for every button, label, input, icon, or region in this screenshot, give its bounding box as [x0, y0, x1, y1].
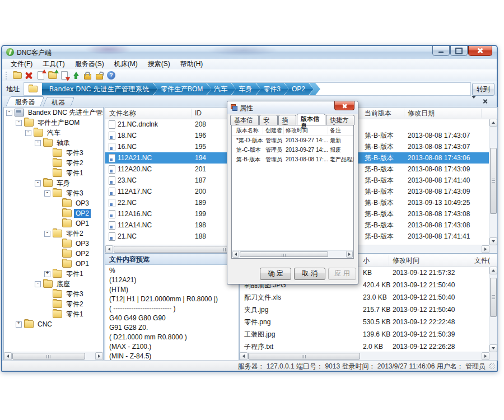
- menu-item[interactable]: 搜索(S): [143, 58, 175, 70]
- attachment-row[interactable]: 子程序.txt 2.0 KB 2013-09-12 22:26:28: [240, 340, 489, 352]
- tree-item[interactable]: OP1: [4, 218, 103, 228]
- menu-item[interactable]: 机床(M): [109, 58, 143, 70]
- dialog-tab[interactable]: 版本信息: [297, 114, 325, 125]
- scroll-right-arrow[interactable]: [95, 352, 103, 360]
- version-row[interactable]: 第-C-版本 管理员 2013-09-27 14:... 报废: [232, 145, 353, 155]
- version-row[interactable]: 第-B-版本 管理员 2013-08-08 17:... 老产品程序: [232, 155, 353, 164]
- version-row[interactable]: *第-D-版本 管理员 2013-09-27 14:... 最新: [232, 136, 353, 145]
- tree-item[interactable]: - 底座: [4, 279, 103, 289]
- download-file-button[interactable]: [58, 70, 70, 81]
- attachment-row[interactable]: 零件.png 530.5 KB 2013-09-12 22:22:48: [240, 316, 489, 328]
- dialog-close-button[interactable]: [334, 101, 354, 110]
- upload-file-button[interactable]: [35, 70, 46, 81]
- tree-item[interactable]: - 零件2: [4, 228, 103, 239]
- tree-item[interactable]: 零件3: [4, 289, 103, 299]
- column-header-date[interactable]: 修改日期: [408, 108, 435, 119]
- cancel-button[interactable]: 取 消: [294, 268, 325, 280]
- attachment-horizontal-scrollbar[interactable]: [240, 352, 489, 360]
- tree-item[interactable]: + 零件1: [4, 269, 103, 279]
- column-header-size[interactable]: 小: [363, 254, 370, 267]
- tree-horizontal-scrollbar[interactable]: [4, 352, 103, 360]
- dialog-title-bar[interactable]: 属性: [227, 101, 358, 114]
- pin-menu-button[interactable]: [472, 99, 479, 105]
- address-field[interactable]: Bandex DNC 先进生产管理系统 零件生产BOM 汽车 车身 零件3 OP…: [24, 82, 471, 96]
- dialog-tab[interactable]: 摘要: [278, 115, 297, 125]
- tree-item[interactable]: OP3: [4, 198, 103, 208]
- scroll-right-arrow[interactable]: [482, 245, 489, 253]
- scroll-left-arrow[interactable]: [4, 352, 12, 360]
- tree-expander[interactable]: +: [44, 271, 50, 277]
- scroll-down-arrow[interactable]: [489, 344, 497, 352]
- open-folder-button[interactable]: [46, 70, 58, 81]
- file-list-vertical-scrollbar[interactable]: [489, 119, 497, 245]
- unlock-button[interactable]: [94, 70, 105, 81]
- column-header-note[interactable]: 备注: [330, 125, 341, 136]
- scrollbar-thumb[interactable]: [240, 251, 328, 257]
- tree-item[interactable]: - Bandex DNC 先进生产管理系统: [4, 108, 103, 118]
- tree-item[interactable]: OP1: [4, 259, 103, 269]
- column-separator[interactable]: [481, 109, 482, 118]
- dialog-tab[interactable]: 基本信息: [230, 115, 259, 125]
- go-button[interactable]: 转到: [472, 83, 494, 96]
- help-button[interactable]: [105, 70, 117, 81]
- breadcrumb-item[interactable]: 零件生产BOM: [153, 83, 211, 95]
- scrollbar-thumb[interactable]: [12, 353, 85, 360]
- tree-item[interactable]: - 零件生产BOM: [4, 118, 103, 128]
- column-separator[interactable]: [389, 255, 389, 265]
- column-header-file[interactable]: 文件(&: [474, 254, 490, 267]
- scrollbar-thumb[interactable]: [490, 148, 497, 214]
- column-separator[interactable]: [191, 109, 192, 118]
- view-tab[interactable]: 机器: [43, 97, 75, 106]
- tree-expander[interactable]: -: [35, 140, 41, 146]
- dialog-horizontal-scrollbar[interactable]: [232, 250, 353, 258]
- column-header-name[interactable]: 文件名称: [109, 108, 136, 119]
- tree-item[interactable]: OP2: [4, 208, 103, 218]
- tree-item[interactable]: - 车身: [4, 178, 103, 188]
- tree-item[interactable]: 零件2: [4, 158, 103, 168]
- tree-item[interactable]: OP2: [4, 249, 103, 259]
- scrollbar-thumb[interactable]: [248, 353, 360, 360]
- tree-item[interactable]: OP3: [4, 239, 103, 249]
- tree-item[interactable]: 零件1: [4, 309, 103, 319]
- version-table-header[interactable]: 版本名称 创建者 修改时间 备注: [232, 125, 353, 136]
- delete-button[interactable]: [23, 70, 35, 81]
- breadcrumb-item[interactable]: 零件3: [256, 83, 289, 95]
- close-button[interactable]: [468, 46, 492, 56]
- tree-expander[interactable]: -: [35, 281, 41, 287]
- preview-body[interactable]: % (112A21) (HTM) (T12| H1 | D21.0000mm |…: [105, 264, 239, 360]
- tree-item[interactable]: 零件3: [4, 148, 103, 158]
- tree-item[interactable]: + CNC: [4, 319, 103, 329]
- scroll-left-arrow[interactable]: [105, 245, 113, 253]
- menu-item[interactable]: 服务器(S): [70, 58, 109, 70]
- maximize-button[interactable]: [450, 46, 468, 56]
- scroll-left-arrow[interactable]: [240, 352, 248, 360]
- menu-item[interactable]: 帮助(H): [175, 58, 208, 70]
- title-bar[interactable]: DNC客户端: [2, 46, 497, 59]
- column-header-modified[interactable]: 修改时间: [393, 254, 419, 267]
- breadcrumb-item[interactable]: Bandex DNC 先进生产管理系统: [42, 83, 158, 95]
- dialog-tab[interactable]: 快捷方式: [326, 115, 354, 125]
- lock-button[interactable]: [82, 70, 94, 81]
- tree-expander[interactable]: +: [16, 321, 22, 328]
- scroll-right-arrow[interactable]: [346, 251, 353, 258]
- tree-item[interactable]: 零件2: [4, 299, 103, 309]
- scroll-right-arrow[interactable]: [482, 352, 489, 360]
- column-header-creator[interactable]: 创建者: [265, 125, 282, 136]
- tree-item[interactable]: - 轴承: [4, 138, 103, 148]
- tree-expander[interactable]: -: [25, 130, 31, 136]
- scroll-down-arrow[interactable]: [489, 237, 497, 245]
- tree-item[interactable]: - 零件3: [4, 188, 103, 198]
- resize-grip[interactable]: [489, 363, 495, 369]
- tree-item[interactable]: - 汽车: [4, 128, 103, 138]
- menu-item[interactable]: 工具(T): [38, 58, 69, 70]
- dialog-tab[interactable]: 安全: [259, 115, 278, 125]
- column-header-id[interactable]: ID: [195, 108, 202, 119]
- tree-expander[interactable]: -: [16, 120, 22, 126]
- column-header-version[interactable]: 当前版本: [365, 108, 391, 119]
- ok-button[interactable]: 确 定: [260, 268, 291, 280]
- attachment-vertical-scrollbar[interactable]: [489, 267, 497, 352]
- scroll-up-arrow[interactable]: [489, 119, 497, 127]
- send-button[interactable]: [70, 70, 82, 81]
- attachment-row[interactable]: 配刀文件.xls 23.0 KB 2013-09-12 21:50:40: [240, 291, 489, 304]
- tree-expander[interactable]: -: [6, 110, 12, 116]
